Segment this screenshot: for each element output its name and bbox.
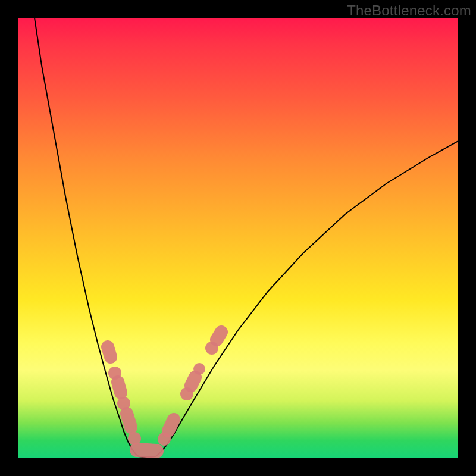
chart-plot-area: [18, 18, 458, 458]
bottleneck-curve: [35, 18, 458, 457]
right-dot-3: [193, 363, 205, 375]
right-pill-2: [191, 377, 195, 386]
chart-svg: [18, 18, 458, 458]
chart-frame: TheBottleneck.com: [0, 0, 476, 476]
right-pill-1: [168, 419, 174, 431]
left-pill-3: [127, 414, 131, 427]
left-pill-1: [108, 347, 111, 357]
watermark-text: TheBottleneck.com: [347, 2, 471, 19]
right-pill-3: [217, 332, 221, 340]
bottom-pill: [137, 450, 156, 451]
left-pill-2: [118, 382, 121, 393]
